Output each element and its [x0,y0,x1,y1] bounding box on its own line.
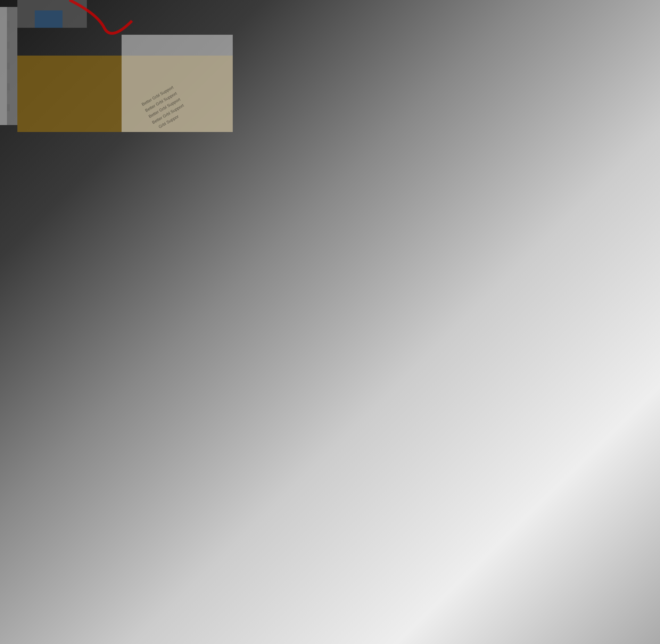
main-layout: 📶 Connection ℹ State State: Operational … [0,17,382,644]
camera-view: Better Grbl Support Better Grbl Support … [123,35,377,167]
main-content: Grbl Control Terminal Timelapse FileMana… [118,17,382,644]
camera-image: Better Grbl Support Better Grbl Support … [123,35,377,167]
